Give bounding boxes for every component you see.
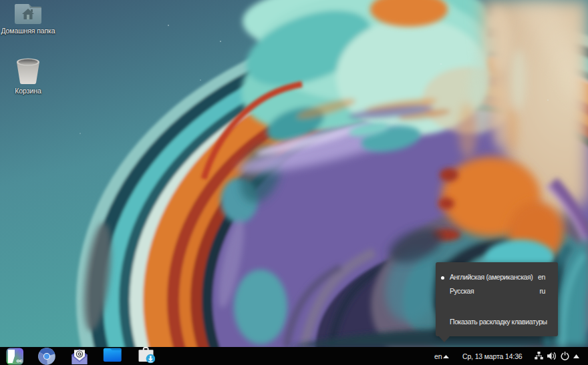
svg-text:oc: oc [16, 358, 23, 364]
